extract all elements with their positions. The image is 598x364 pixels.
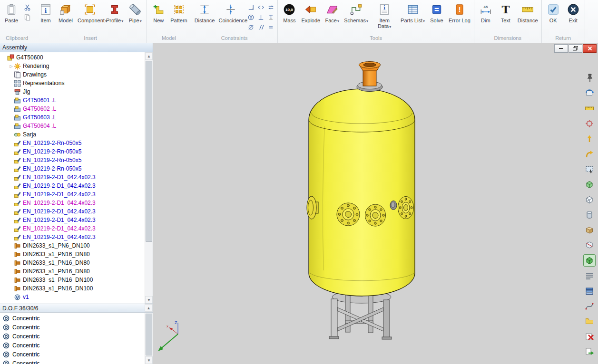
tree-item[interactable]: EN_10219-2-D1_042.4x02.3: [0, 233, 145, 241]
arrow-turn-button[interactable]: [583, 148, 596, 160]
pressure-vessel[interactable]: [309, 89, 415, 296]
lines-button[interactable]: [583, 269, 596, 282]
top-nozzle[interactable]: [357, 62, 382, 92]
tree-item[interactable]: Representations: [0, 79, 145, 87]
tree-item[interactable]: DIN2633_s1_PN16_DN80: [0, 259, 145, 267]
constraint-item[interactable]: Concentric: [0, 314, 145, 323]
cut-button[interactable]: [22, 2, 32, 12]
text-button[interactable]: TText: [496, 0, 516, 24]
paste-button[interactable]: Paste: [1, 0, 21, 24]
pattern-button[interactable]: Pattern: [168, 0, 189, 24]
constraints-scrollbar[interactable]: ▼: [145, 313, 153, 364]
tree-item[interactable]: ▷Rendering: [0, 62, 145, 70]
tree-item[interactable]: DIN2633_s1_PN16_DN80: [0, 250, 145, 259]
tree-item[interactable]: DIN2633_s1_PN16_DN100: [0, 284, 145, 293]
cube-green-button[interactable]: [583, 178, 596, 191]
ok-button[interactable]: OK: [543, 0, 563, 24]
parallel-constraint-button[interactable]: [256, 22, 266, 32]
arrow-up-button[interactable]: [583, 133, 596, 145]
flange-side-3[interactable]: [398, 197, 414, 219]
3d-scene[interactable]: Z x: [153, 43, 598, 364]
profile-button[interactable]: Profile▾: [104, 0, 125, 24]
tree-item[interactable]: Jig: [0, 87, 145, 96]
tree-item[interactable]: DIN2633_s1_PN16_DN80: [0, 267, 145, 276]
component-button[interactable]: Component▾: [76, 0, 104, 24]
folder-button[interactable]: [583, 315, 596, 327]
scroll-thumb[interactable]: [146, 314, 152, 355]
perpendicular-constraint-button[interactable]: [256, 12, 266, 22]
tree-item[interactable]: EN_10219-2-Rn-050x5: [0, 156, 145, 164]
tree-item[interactable]: EN_10219-2-Rn-050x5: [0, 147, 145, 156]
minimize-button[interactable]: [554, 44, 568, 53]
distance-button[interactable]: Distance: [193, 0, 217, 24]
delete-button[interactable]: [583, 330, 596, 343]
tree-item[interactable]: DIN2633_s1_PN6_DN100: [0, 241, 145, 250]
scroll-down-icon[interactable]: ▼: [145, 356, 153, 364]
item-button[interactable]: iItem: [36, 0, 56, 24]
tree-item[interactable]: EN_10219-2-Rn-050x5: [0, 139, 145, 147]
pipe-button[interactable]: Pipe▾: [125, 0, 145, 24]
layers-button[interactable]: [583, 285, 596, 297]
tree-item[interactable]: G4T50601 .L: [0, 96, 145, 105]
schemas-button[interactable]: Schemas▾: [342, 0, 370, 24]
constraint-item[interactable]: Concentric: [0, 332, 145, 341]
box-tan-button[interactable]: [583, 224, 596, 236]
side-port[interactable]: [390, 201, 397, 210]
shaded-cube-button[interactable]: [583, 254, 596, 267]
orbit-button[interactable]: [583, 87, 596, 99]
section-button[interactable]: [583, 239, 596, 251]
swap-constraint-button[interactable]: [266, 2, 276, 12]
tree-scrollbar[interactable]: ▲ ▼: [145, 52, 153, 304]
tree-item[interactable]: Sarja: [0, 130, 145, 139]
tree-item[interactable]: v1: [0, 293, 145, 301]
close-button[interactable]: [583, 44, 597, 53]
symmetry-constraint-button[interactable]: [256, 2, 266, 12]
coincidence-button[interactable]: Coincidence: [216, 0, 245, 24]
tree-item[interactable]: Drawings: [0, 70, 145, 79]
tree-item[interactable]: G4T50604 .L: [0, 122, 145, 130]
select-face-button[interactable]: [583, 163, 596, 175]
dim-button[interactable]: 45Dim: [476, 0, 496, 24]
tree-item[interactable]: EN_10219-2-D1_042.4x02.3: [0, 173, 145, 182]
tree-item[interactable]: G4T50602 .L: [0, 105, 145, 113]
tree-item[interactable]: G4T50603 .L: [0, 113, 145, 122]
new-button[interactable]: New: [148, 0, 168, 24]
viewport[interactable]: Z x: [153, 43, 598, 364]
scroll-up-icon[interactable]: ▲: [145, 52, 153, 60]
model-button[interactable]: Model: [56, 0, 76, 24]
restore-button[interactable]: [569, 44, 582, 53]
error-log-button[interactable]: !Error Log: [447, 0, 472, 24]
export-button[interactable]: [583, 345, 596, 358]
tree-item[interactable]: EN_10219-2-D1_042.4x02.3: [0, 216, 145, 224]
tangent-constraint-button[interactable]: [246, 22, 256, 32]
copy-button[interactable]: [22, 12, 32, 22]
constraint-item[interactable]: Concentric: [0, 350, 145, 359]
constraint-item[interactable]: Concentric: [0, 323, 145, 332]
constraint-item[interactable]: Concentric: [0, 341, 145, 350]
cylinder-button[interactable]: [583, 209, 596, 221]
pin-button[interactable]: [583, 72, 596, 84]
angle-constraint-button[interactable]: [246, 2, 256, 12]
solve-button[interactable]: Solve: [427, 0, 447, 24]
face-button[interactable]: Face▾: [322, 0, 342, 24]
tree-item[interactable]: EN_10219-2-Rn-050x5: [0, 164, 145, 173]
fix-constraint-button[interactable]: [266, 12, 276, 22]
constraint-item[interactable]: Concentric: [0, 359, 145, 364]
tree-item[interactable]: EN_10219-2-D1_042.4x02.3: [0, 199, 145, 207]
tree-item[interactable]: EN_10219-2-D1_042.4x02.3: [0, 182, 145, 190]
scroll-up-icon[interactable]: ▲: [145, 304, 153, 312]
tree-item[interactable]: DIN2633_s1_PN16_DN100: [0, 276, 145, 284]
concentric-constraint-button[interactable]: [246, 12, 256, 22]
scroll-down-icon[interactable]: ▼: [145, 296, 153, 304]
exit-button[interactable]: Exit: [563, 0, 583, 24]
expander-icon[interactable]: ▷: [9, 64, 14, 68]
scroll-thumb[interactable]: [146, 61, 152, 242]
center-target-button[interactable]: [583, 117, 596, 130]
cube-wire-button[interactable]: [583, 193, 596, 206]
measure-button[interactable]: [583, 102, 596, 115]
tree-item[interactable]: G4T50600: [0, 53, 145, 62]
explode-button[interactable]: Explode: [299, 0, 322, 24]
equal-constraint-button[interactable]: [266, 22, 276, 32]
parts-list-button[interactable]: Parts List▾: [399, 0, 427, 24]
support-frame[interactable]: [329, 291, 392, 339]
